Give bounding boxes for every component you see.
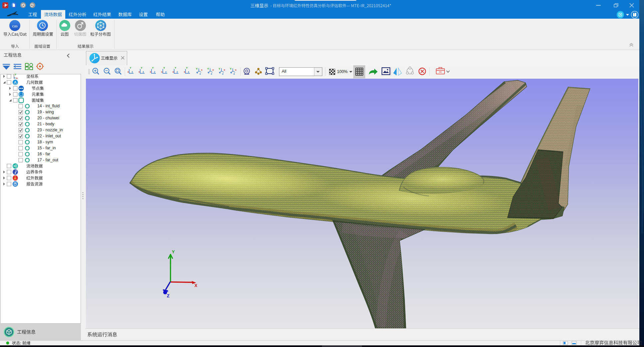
svg-text:cas: cas [12,23,18,28]
svg-text:x: x [212,68,214,71]
svg-text:Y: Y [174,66,176,69]
svg-text:x: x [128,70,129,73]
svg-text:Y: Y [15,73,16,76]
svg-text:Y: Y [230,67,232,70]
svg-text:z: z [154,70,155,73]
svg-text:z: z [143,70,144,73]
svg-text:x: x [150,70,152,73]
svg-text:Y: Y [186,66,187,69]
svg-text:x: x [16,77,18,80]
svg-text:x: x [184,70,185,73]
svg-text:z: z [211,72,212,75]
svg-text:z: z [188,70,189,73]
svg-text:z: z [176,70,178,73]
svg-text:x: x [224,68,225,71]
svg-text:Y: Y [141,66,142,69]
svg-text:z: z [233,72,235,75]
svg-text:Y: Y [207,67,209,70]
svg-text:Y: Y [218,67,220,70]
svg-text:x: x [201,68,203,71]
svg-text:z: z [165,70,166,73]
svg-text:z: z [199,72,201,75]
svg-text:Y: Y [130,66,131,69]
svg-text:z: z [14,76,15,79]
svg-text:Y: Y [152,66,154,69]
svg-text:x: x [139,70,140,73]
svg-text:x: x [161,70,163,73]
svg-text:Y: Y [196,67,198,70]
svg-text:x: x [235,68,237,71]
svg-text:z: z [222,72,223,75]
svg-text:Y: Y [163,66,165,69]
svg-text:z: z [132,70,133,73]
svg-text:x: x [172,70,174,73]
